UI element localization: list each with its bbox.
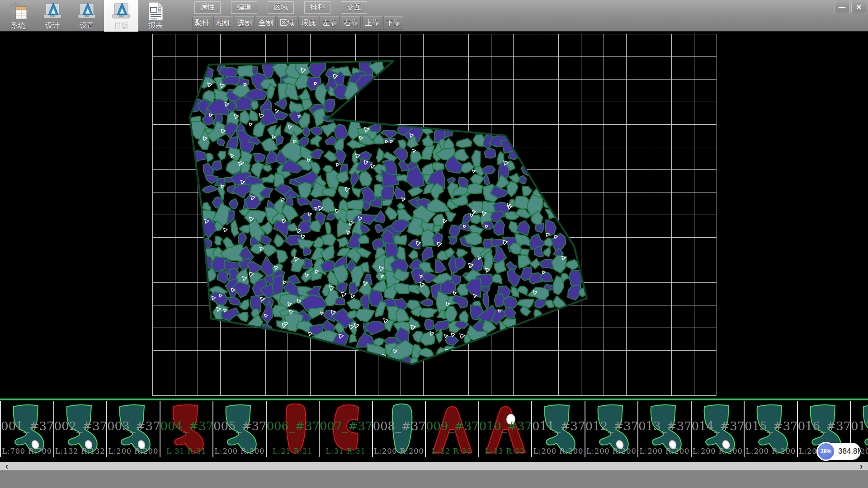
- tool-button-7[interactable]: 右靠: [341, 16, 361, 30]
- design-icon: [42, 1, 62, 22]
- tool-button-9[interactable]: 下靠: [383, 16, 403, 30]
- tool-button-4[interactable]: 区域: [277, 16, 297, 30]
- thumbnail-lr-label: L:200 R:200: [107, 447, 160, 455]
- app-button-settings[interactable]: 设置: [70, 0, 104, 32]
- thumbnail-lr-label: L:200 R:200: [213, 447, 266, 455]
- progress-percent-circle: 38%: [816, 442, 835, 461]
- thumbnail-lr-label: L:200 R:200: [532, 447, 585, 455]
- thumbnail-id-label: 007_#37: [320, 420, 372, 432]
- tool-button-bar: 聚排相机选割全割区域瑕疵左靠右靠上靠下靠: [192, 16, 403, 30]
- thumbnail-cell-1[interactable]: 001_#37L:700 R:700: [0, 401, 54, 457]
- window-controls: — ✕: [835, 1, 866, 13]
- thumbnail-lr-label: L:31 R:31: [160, 447, 213, 455]
- thumbnail-id-label: 008_#37: [373, 420, 425, 432]
- menu-tab-0[interactable]: 属性: [194, 1, 221, 14]
- settings-icon: [77, 1, 97, 22]
- tool-button-6[interactable]: 左靠: [320, 16, 340, 30]
- tool-button-0[interactable]: 聚排: [192, 16, 212, 30]
- menu-tab-2[interactable]: 区域: [268, 1, 294, 14]
- menu-tab-bar: 属性编辑区域排料交互: [194, 1, 367, 14]
- thumbnail-cell-4[interactable]: 004_#37L:31 R:31: [160, 401, 214, 457]
- report-icon: [146, 1, 165, 22]
- thumbnail-lr-label: L:200 R:200: [692, 447, 744, 455]
- app-button-label: 系统: [11, 22, 25, 30]
- thumbnail-id-label: 001_#37: [1, 420, 53, 432]
- thumbnail-id-label: 011_#37: [532, 420, 585, 432]
- thumbnail-cell-2[interactable]: 002_#37L:132 R:132: [54, 401, 108, 457]
- menu-tab-4[interactable]: 交互: [341, 1, 367, 14]
- app-button-label: 设计: [45, 22, 60, 30]
- thumbnail-cell-6[interactable]: 006_#37L:21 R:21: [267, 401, 320, 457]
- app-button-system[interactable]: 系统: [1, 0, 35, 32]
- thumbnail-id-label: 009_#37: [426, 420, 478, 432]
- thumbnail-cell-13[interactable]: 013_#37L:200 R:200: [638, 401, 692, 457]
- thumbnail-cell-9[interactable]: 009_#37L:32 R:31: [426, 401, 479, 457]
- thumbnail-id-label: 002_#37: [54, 420, 107, 432]
- thumbnail-id-label: 016_#37: [798, 420, 850, 432]
- thumbnail-lr-label: L:32 R:31: [426, 447, 478, 455]
- thumbnail-lr-label: L:132 R:132: [54, 447, 107, 455]
- thumbnail-cell-3[interactable]: 003_#37L:200 R:200: [107, 401, 160, 457]
- app-button-label: 设置: [80, 22, 94, 30]
- menu-tab-1[interactable]: 编辑: [231, 1, 257, 14]
- app-button-layout[interactable]: 排版: [104, 0, 138, 32]
- thumbnail-id-label: 005_#37: [213, 420, 266, 432]
- app-button-report[interactable]: 报表: [138, 0, 173, 32]
- thumbnail-lr-label: L:21 R:21: [267, 447, 319, 455]
- app-button-group: 系统设计设置排版报表: [1, 0, 173, 32]
- close-button[interactable]: ✕: [851, 1, 866, 13]
- thumbnail-id-label: 015_#37: [745, 420, 797, 432]
- thumbnail-id-label: 010_#37: [479, 420, 532, 432]
- thumbnail-lr-label: L:33 R:33: [479, 447, 532, 455]
- thumbnail-id-label: 006_#37: [267, 420, 319, 432]
- thumbnail-cell-7[interactable]: 007_#37L:31 R:31: [320, 401, 373, 457]
- thumbnail-id-label: 014_#37: [692, 420, 744, 432]
- nesting-canvas[interactable]: [0, 32, 868, 399]
- thumbnail-cell-10[interactable]: 010_#37L:33 R:33: [479, 401, 533, 457]
- thumbnail-id-label: 013_#37: [638, 420, 691, 432]
- app-button-label: 报表: [148, 22, 163, 30]
- toolbar: 系统设计设置排版报表 属性编辑区域排料交互 聚排相机选割全割区域瑕疵左靠右靠上靠…: [0, 0, 868, 32]
- thumbnail-cell-11[interactable]: 011_#37L:200 R:200: [532, 401, 585, 457]
- thumbnail-lr-label: L:200 R:200: [373, 447, 425, 455]
- thumbnail-lr-label: L:31 R:31: [320, 447, 372, 455]
- scroll-left-arrow[interactable]: ‹: [1, 462, 13, 470]
- thumbnail-cell-5[interactable]: 005_#37L:200 R:200: [213, 401, 267, 457]
- app-button-design[interactable]: 设计: [35, 0, 70, 32]
- memory-usage-label: 384.8M: [838, 447, 864, 456]
- thumbnail-id-label: 004_#37: [160, 420, 213, 432]
- tool-button-1[interactable]: 相机: [213, 16, 233, 30]
- app-window: 系统设计设置排版报表 属性编辑区域排料交互 聚排相机选割全割区域瑕疵左靠右靠上靠…: [0, 0, 868, 488]
- status-bar: [0, 470, 868, 488]
- scroll-right-arrow[interactable]: ›: [855, 462, 867, 470]
- thumbnail-lr-label: L:200 R:200: [745, 447, 797, 455]
- progress-badge: 38% 384.8M: [816, 443, 861, 460]
- piece-thumbnail-strip: 001_#37L:700 R:700002_#37L:132 R:132003_…: [0, 399, 868, 462]
- layout-icon: [111, 1, 131, 22]
- thumbnail-id-label: 012_#37: [585, 420, 638, 432]
- menu-tab-3[interactable]: 排料: [304, 1, 330, 14]
- thumbnail-lr-label: L:200 R:200: [638, 447, 691, 455]
- thumbnail-lr-label: L:700 R:700: [1, 447, 53, 455]
- thumbnail-cell-15[interactable]: 015_#37L:200 R:200: [745, 401, 798, 457]
- thumbnail-id-label: 003_#37: [107, 420, 160, 432]
- app-button-label: 排版: [114, 22, 128, 30]
- tool-button-5[interactable]: 瑕疵: [298, 16, 318, 30]
- minimize-button[interactable]: —: [835, 1, 849, 13]
- thumbnail-id-label: 017_#37: [851, 420, 868, 432]
- system-icon: [8, 1, 28, 22]
- thumbnail-lr-label: L:200 R:200: [585, 447, 638, 455]
- tool-button-3[interactable]: 全割: [256, 16, 276, 30]
- tool-button-2[interactable]: 选割: [235, 16, 255, 30]
- thumbnail-cell-12[interactable]: 012_#37L:200 R:200: [585, 401, 639, 457]
- thumbnail-cell-14[interactable]: 014_#37L:200 R:200: [692, 401, 745, 457]
- tool-button-8[interactable]: 上靠: [362, 16, 382, 30]
- thumbnail-cell-8[interactable]: 008_#37L:200 R:200: [373, 401, 426, 457]
- thumbnail-scrollbar[interactable]: ‹ ›: [0, 462, 868, 470]
